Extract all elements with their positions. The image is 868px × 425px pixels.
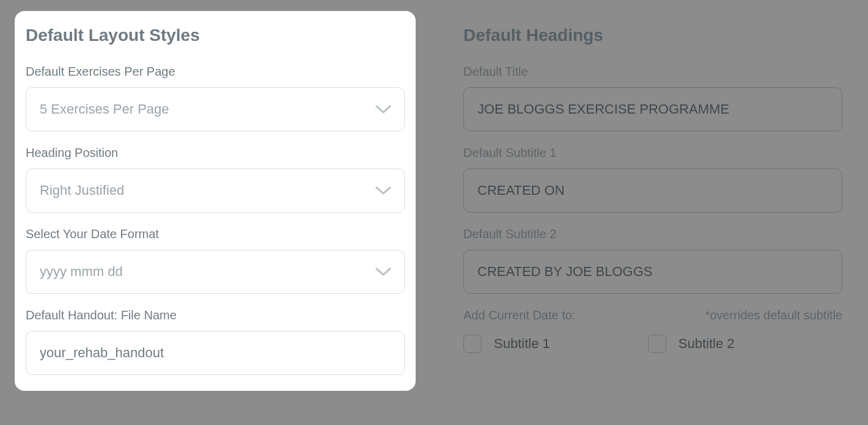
subtitle2-group: Default Subtitle 2 [463, 227, 842, 294]
subtitle1-checkbox-label: Subtitle 1 [494, 336, 550, 352]
default-headings-panel: Default Headings Default Title Default S… [452, 11, 853, 391]
handout-filename-label: Default Handout: File Name [26, 308, 405, 322]
subtitle2-input[interactable] [463, 250, 842, 294]
subtitle1-label: Default Subtitle 1 [463, 146, 842, 160]
date-format-group: Select Your Date Format yyyy mmm dd [26, 227, 405, 294]
default-title-group: Default Title [463, 65, 842, 131]
subtitle1-input[interactable] [463, 169, 842, 212]
default-title-input[interactable] [463, 87, 842, 131]
exercises-per-page-label: Default Exercises Per Page [26, 65, 405, 79]
handout-filename-input[interactable] [26, 331, 405, 375]
add-date-label: Add Current Date to: [463, 308, 575, 322]
exercises-per-page-value: 5 Exercises Per Page [26, 87, 405, 131]
heading-position-value: Right Justified [26, 169, 405, 212]
handout-filename-group: Default Handout: File Name [26, 308, 405, 375]
date-format-value: yyyy mmm dd [26, 250, 405, 294]
subtitle1-group: Default Subtitle 1 [463, 146, 842, 212]
date-format-label: Select Your Date Format [26, 227, 405, 241]
subtitle1-checkbox-item: Subtitle 1 [463, 335, 550, 353]
subtitle1-checkbox[interactable] [463, 335, 482, 353]
subtitle2-checkbox[interactable] [648, 335, 666, 353]
heading-position-select[interactable]: Right Justified [26, 169, 405, 212]
date-format-select[interactable]: yyyy mmm dd [26, 250, 405, 294]
exercises-per-page-select[interactable]: 5 Exercises Per Page [26, 87, 405, 131]
panel-title-headings: Default Headings [463, 26, 842, 45]
subtitle2-label: Default Subtitle 2 [463, 227, 842, 241]
panel-title-layout: Default Layout Styles [26, 26, 405, 45]
add-date-row: Add Current Date to: *overrides default … [463, 308, 842, 322]
default-title-label: Default Title [463, 65, 842, 79]
default-layout-styles-panel: Default Layout Styles Default Exercises … [15, 11, 416, 391]
heading-position-group: Heading Position Right Justified [26, 146, 405, 212]
subtitle2-checkbox-item: Subtitle 2 [648, 335, 735, 353]
checkbox-row: Subtitle 1 Subtitle 2 [463, 335, 842, 353]
overrides-note: *overrides default subtitle [705, 308, 842, 322]
subtitle2-checkbox-label: Subtitle 2 [679, 336, 735, 352]
exercises-per-page-group: Default Exercises Per Page 5 Exercises P… [26, 65, 405, 131]
heading-position-label: Heading Position [26, 146, 405, 160]
